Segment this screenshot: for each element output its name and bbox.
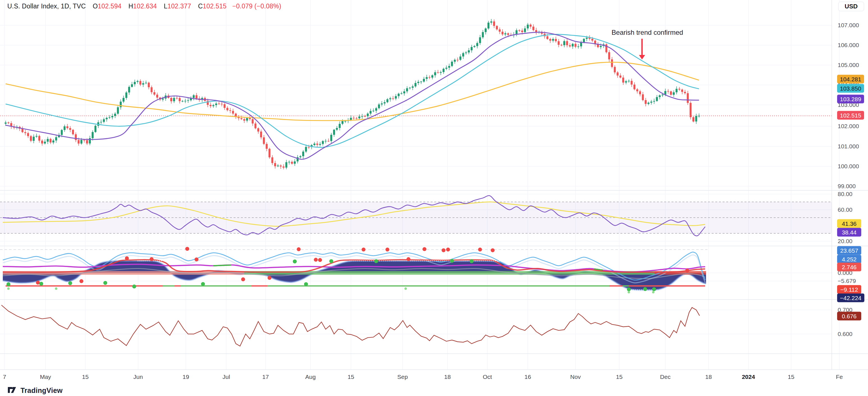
osc-red-dot [314,258,318,262]
candle-body [364,116,366,117]
osc-green-dot [470,259,473,263]
candle-body [328,141,330,141]
time-axis-label: 17 [262,373,269,380]
candle-body [5,123,7,124]
osc-green-dot [450,259,454,263]
time-axis-label: Oct [483,373,492,380]
candle-body [681,90,683,92]
candle-body [277,165,279,166]
candle-body [145,83,147,83]
osc-green-dot [68,281,72,285]
candle-body [476,43,478,46]
annotation-arrow-head [639,55,645,60]
osc-axis-badge: 4.252 [837,255,861,264]
annotation-text[interactable]: Bearish trend confirmed [611,29,684,36]
candle-body [650,101,652,103]
close-label: C [198,2,203,10]
osc-green-dot [6,283,10,286]
chart-canvas[interactable] [0,0,868,396]
candle-body [123,98,125,101]
osc-red-dot [491,248,495,252]
candle-body [218,103,220,104]
candle-body [41,140,43,143]
osc-green-dot [39,282,43,286]
candle-body [448,66,450,68]
candle-body [432,75,433,77]
open-value: 102.594 [98,2,122,10]
candle-body [434,72,436,75]
candle-body [561,45,563,45]
candle-body [645,100,647,104]
candle-body [549,39,551,41]
candle-body [255,123,256,128]
candle-body [485,29,487,32]
candle-body [210,105,212,106]
osc-green-dot [293,259,297,263]
candle-body [659,95,661,97]
currency-button[interactable]: USD [838,2,864,11]
candle-body [572,44,574,46]
candle-body [249,118,251,119]
candle-body [272,157,273,163]
candle-body [637,89,639,91]
candle-body [55,137,57,140]
candle-body [66,126,68,128]
candle-body [386,99,389,102]
candle-body [263,137,265,144]
osc-axis-badge: 23.657 [837,246,861,255]
candle-body [580,43,582,46]
candle-body [128,87,130,93]
candle-body [33,137,35,141]
candle-body [86,140,88,143]
candle-body [252,119,254,124]
time-axis-label: Jun [133,373,143,380]
candle-body [353,118,355,118]
candle-body [246,118,248,121]
candle-body [504,33,506,34]
candle-body [226,108,228,110]
candle-body [193,95,195,98]
candle-body [614,67,616,73]
osc-green-dot [329,259,333,263]
rsi-axis-tick: 80.00 [838,191,852,197]
rsi-axis-badge: 41.36 [837,219,861,228]
candle-body [490,21,492,23]
osc-axis-tick: −5.679 [838,278,856,285]
time-axis-label: 7 [3,373,6,380]
price-axis-tick: 106.000 [838,42,859,48]
candle-body [213,105,215,106]
tradingview-logo[interactable]: TradingView [8,387,63,395]
candle-body [266,144,268,148]
candle-body [622,78,624,83]
candle-body [670,92,672,95]
candle-body [465,53,467,53]
candle-body [375,108,377,111]
candle-body [283,167,285,168]
candle-body [440,72,442,73]
time-axis-label: 16 [524,373,531,380]
osc-red-dot [441,248,445,252]
osc-red-dot [685,269,689,273]
candle-body [356,118,358,119]
candle-body [170,98,173,101]
candle-body [106,118,108,119]
symbol-header[interactable]: U.S. Dollar Index, 1D, TVC O102.594 H102… [7,2,281,10]
candle-body [673,92,675,95]
candle-body [633,85,636,90]
candle-body [471,47,473,51]
symbol-title[interactable]: U.S. Dollar Index, 1D, TVC [7,2,86,10]
candle-body [260,132,262,137]
candle-body [53,140,55,142]
price-axis-badge: 104.281 [837,75,864,84]
candle-body [547,36,549,39]
candle-body [243,119,245,121]
candle-body [530,25,532,27]
candle-body [314,143,315,145]
candle-body [600,46,602,47]
osc-lightgreen-dot [628,291,630,293]
time-axis-label: 15 [616,373,622,380]
osc-green-dot [304,282,308,286]
candle-body [44,142,46,143]
price-axis-tick: 107.000 [838,22,859,29]
candle-body [454,60,456,62]
